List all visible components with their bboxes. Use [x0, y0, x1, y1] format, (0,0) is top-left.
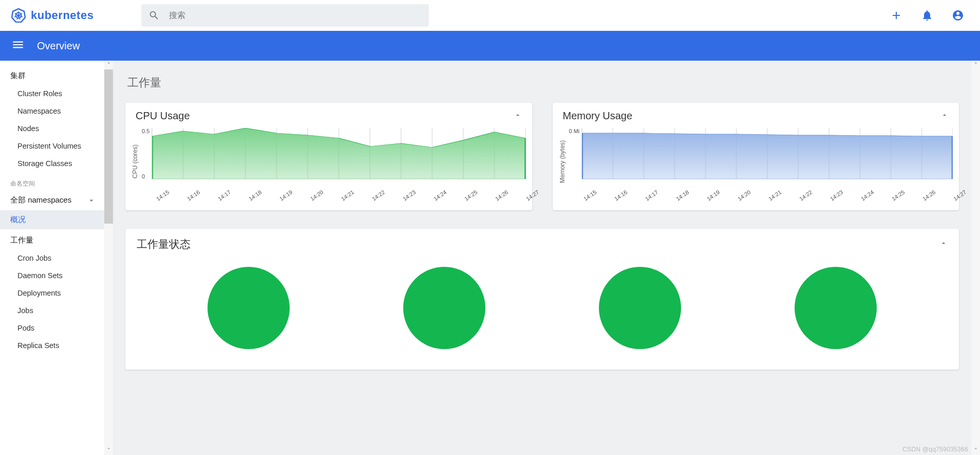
sidebar-item-jobs[interactable]: Jobs — [0, 302, 104, 319]
workload-status-card: 工作量状态 — [125, 229, 959, 370]
chart-xticks: 14:1514:1614:1714:1814:1914:2014:2114:22… — [582, 197, 953, 203]
scroll-down-icon[interactable]: ˅ — [104, 446, 113, 455]
sidebar-item-cluster-roles[interactable]: Cluster Roles — [0, 85, 104, 102]
status-circle — [599, 267, 681, 349]
page-title: Overview — [37, 40, 80, 52]
sidebar-section-cluster: 集群 — [0, 65, 104, 85]
sidebar: 集群 Cluster RolesNamespacesNodesPersisten… — [0, 61, 104, 455]
sidebar-item-overview[interactable]: 概况 — [0, 210, 104, 229]
chart-title: CPU Usage — [136, 110, 190, 122]
sidebar-item-replica-sets[interactable]: Replica Sets — [0, 337, 104, 354]
notifications-button[interactable] — [916, 5, 938, 26]
logo-text: kubernetes — [31, 9, 93, 22]
sub-header: Overview — [0, 31, 980, 61]
watermark: CSDN @qq759035366 — [902, 446, 968, 453]
content-area: 工作量 CPU UsageCPU (cores)0.5014:1514:1614… — [113, 61, 971, 455]
chart-collapse[interactable] — [514, 111, 522, 121]
workload-status-collapse[interactable] — [939, 239, 948, 249]
scroll-down-icon[interactable]: ˅ — [971, 446, 980, 455]
chevron-up-icon — [939, 239, 948, 247]
scroll-up-icon[interactable]: ˄ — [971, 61, 980, 69]
chart-yticks: 0 Mi — [567, 128, 582, 179]
search-box[interactable] — [141, 4, 429, 27]
account-button[interactable] — [947, 5, 969, 26]
status-circle — [403, 267, 485, 349]
chart-card-0: CPU UsageCPU (cores)0.5014:1514:1614:171… — [125, 103, 532, 210]
sidebar-item-nodes[interactable]: Nodes — [0, 120, 104, 137]
sidebar-item-deployments[interactable]: Deployments — [0, 284, 104, 302]
chart-ylabel: Memory (bytes) — [558, 128, 567, 195]
sidebar-item-storage-classes[interactable]: Storage Classes — [0, 155, 104, 172]
sidebar-item-namespaces[interactable]: Namespaces — [0, 102, 104, 120]
logo[interactable]: kubernetes — [11, 8, 93, 23]
content-scrollbar[interactable]: ˄ ˅ — [971, 61, 980, 455]
search-icon — [148, 10, 160, 21]
chevron-up-icon — [940, 111, 949, 119]
namespace-selector-value: 全部 namespaces — [10, 195, 71, 205]
workload-status-title: 工作量状态 — [137, 237, 191, 251]
sidebar-section-workload: 工作量 — [0, 229, 104, 249]
namespace-selector[interactable]: 全部 namespaces — [0, 190, 104, 210]
chart-plot — [581, 128, 953, 179]
status-circle — [795, 267, 877, 349]
account-icon — [952, 9, 964, 22]
chart-ylabel: CPU (cores) — [130, 128, 140, 195]
scroll-up-icon[interactable]: ˄ — [104, 61, 113, 69]
sidebar-item-cron-jobs[interactable]: Cron Jobs — [0, 249, 104, 267]
chart-xticks: 14:1514:1614:1714:1814:1914:2014:2114:22… — [155, 197, 526, 203]
search-input[interactable] — [169, 11, 422, 20]
sidebar-scroll-thumb[interactable] — [104, 69, 113, 224]
chart-yticks: 0.50 — [140, 128, 152, 179]
sidebar-item-daemon-sets[interactable]: Daemon Sets — [0, 267, 104, 284]
sidebar-ns-label: 命名空间 — [0, 172, 104, 190]
chart-collapse[interactable] — [940, 111, 949, 121]
chevron-up-icon — [514, 111, 522, 119]
plus-icon — [890, 9, 902, 22]
status-circle — [208, 267, 290, 349]
sidebar-scrollbar[interactable]: ˄ ˅ — [104, 61, 113, 455]
hamburger-icon — [11, 38, 25, 51]
section-title: 工作量 — [127, 75, 959, 90]
chart-plot — [152, 128, 525, 179]
create-button[interactable] — [885, 5, 907, 26]
chevron-down-icon — [87, 196, 96, 205]
bell-icon — [921, 9, 933, 22]
chart-title: Memory Usage — [563, 110, 633, 122]
menu-toggle[interactable] — [11, 38, 25, 53]
sidebar-item-persistent-volumes[interactable]: Persistent Volumes — [0, 137, 104, 155]
chart-card-1: Memory UsageMemory (bytes)0 Mi14:1514:16… — [553, 103, 959, 210]
top-bar: kubernetes — [0, 0, 980, 31]
kubernetes-logo-icon — [11, 8, 26, 23]
sidebar-item-pods[interactable]: Pods — [0, 319, 104, 337]
